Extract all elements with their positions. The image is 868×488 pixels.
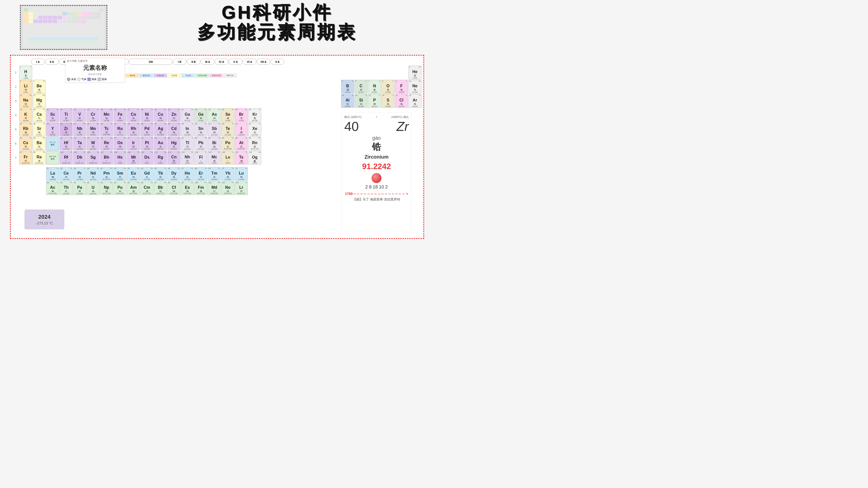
element-In[interactable]: 49In In 铟 114.818 [181, 123, 194, 136]
group-IVA[interactable]: IV A [215, 59, 228, 65]
group-IB[interactable]: I B [173, 59, 186, 65]
element-Sm[interactable]: 62Sm Sm 钐 150.362 [114, 167, 126, 181]
element-Ti[interactable]: 22Ti Ti 钛 47.867 [60, 108, 72, 122]
element-Ce[interactable]: 58Ce Ce 铈 140.116 [60, 167, 72, 181]
element-Rb[interactable]: 37Rb Rb 铷 85.468 [19, 123, 32, 136]
element-W[interactable]: 74W W 钨 183.841 [87, 137, 99, 150]
element-Lr[interactable]: 103Lr Lr 铹 ⊕260.105 [235, 181, 248, 195]
element-Si[interactable]: 14Si Si 硅 28.086 [354, 94, 368, 108]
element-Np[interactable]: 93Np Np 镎 ⊕237.048 [100, 181, 113, 195]
element-Te[interactable]: 52Te Te 碲 127.603 [221, 123, 234, 136]
element-Bi[interactable]: 83Bi Bi 铋 208.980 [208, 137, 221, 150]
element-Yb[interactable]: 70Yb Yb 镱 173.043 [221, 167, 234, 181]
element-Gd[interactable]: 64Gd Gd 钆 157.253 [141, 167, 153, 181]
element-Mn[interactable]: 25Mn Mn 锰 54.938 [100, 108, 113, 122]
element-Ca[interactable]: 20Ca Ca 钙 40.078 [33, 108, 46, 122]
element-Tb[interactable]: 65Tb Tb 铽 158.925 [154, 167, 167, 181]
group-VIIA[interactable]: VII A [257, 59, 270, 65]
group-IIB[interactable]: II B [187, 59, 200, 65]
element-Md[interactable]: 101Md Md 钔 ⊕258.099 [208, 181, 221, 195]
element-Cr[interactable]: 24Cr Cr 铬 51.996 [87, 108, 99, 122]
group-IIIA[interactable]: III A [201, 59, 214, 65]
group-VIA[interactable]: VI A [243, 59, 256, 65]
element-Zn[interactable]: 30Zn Zn 锌 65.409 [167, 108, 180, 122]
element-V[interactable]: 23V V 钒 50.942 [73, 108, 86, 122]
element-Hs[interactable]: 108Hs Hs 𬭶 ⊕269 [114, 151, 126, 165]
element-Pb[interactable]: 82Pb Pb 铅 207.210 [194, 137, 207, 150]
element-Ar[interactable]: 18Ar Ar 氩 39.948 [408, 94, 422, 108]
element-Er[interactable]: 68Er Er 铒 167.259 [194, 167, 207, 181]
element-Pa[interactable]: 91Pa Pa 镤 231.036 [73, 181, 86, 195]
element-Eu[interactable]: 63Eu Eu 铕 151.964 [127, 167, 140, 181]
element-Sn[interactable]: 50Sn Sn 锡 118.711 [194, 123, 207, 136]
group-VA[interactable]: V A [229, 59, 242, 65]
element-Fm[interactable]: 100Fm Fm 镄 ⊕257.095 [194, 181, 207, 195]
element-C[interactable]: 6C C 碳 12.011 [354, 80, 368, 94]
element-Rn[interactable]: 86Rn Rn 氡 ⊕222.018 [248, 137, 261, 150]
element-Fe[interactable]: 26Fe Fe 铁 55.845 [114, 108, 126, 122]
element-Sb[interactable]: 51Sb Sb 锑 121.760 [208, 123, 221, 136]
element-Bh[interactable]: 107Bh Bh 𬭛 ⊕264.125 [100, 151, 113, 165]
element-Ra[interactable]: 88Ra Ra 镭 ⊕226.025 [33, 151, 46, 165]
element-Ho[interactable]: 67Ho Ho 钬 164.930 [181, 167, 194, 181]
element-Tl[interactable]: 81Tl Tl 铊 204.383 [181, 137, 194, 150]
element-Nb[interactable]: 41Nb Nb 铌 92.906 [73, 123, 86, 136]
element-Ru[interactable]: 44Ru Ru 钌 101.072 [114, 123, 126, 136]
element-Fr[interactable]: 87Fr Fr 钫 ⊕223.020 [19, 151, 32, 165]
element-Th[interactable]: 90Th Th 钍 232.038 [60, 181, 72, 195]
element-Mt[interactable]: 109Mt Mt 鿏 ⊕278 [127, 151, 140, 165]
element-Lu[interactable]: 71Lu Lu 镥 174.967 [235, 167, 248, 181]
element-Ag[interactable]: 47Ag Ag 银 107.868 [154, 123, 167, 136]
element-Cu[interactable]: 29Cu Cu 铜 63.546 [154, 108, 167, 122]
element-I[interactable]: 53I I 碘 126.904 [235, 123, 248, 136]
element-Sc[interactable]: 21Sc Sc 钪 44.956 [46, 108, 59, 122]
element-Cf[interactable]: 98Cf Cf 锎 ⊕251.080 [167, 181, 180, 195]
element-Bk[interactable]: 97Bk Bk 锫 ⊕247.070 [154, 181, 167, 195]
element-Hf[interactable]: 72Hf Hf 铪 178.492 [60, 137, 72, 150]
element-Pu[interactable]: 94Pu Pu 钚 ⊕244.061 [114, 181, 126, 195]
element-Am[interactable]: 95Am Am 镅 ⊕243.061 [127, 181, 140, 195]
element-He[interactable]: 2He He 氦 4.003 [408, 66, 422, 79]
element-Be[interactable]: 4Be Be 铍 9.012 [33, 80, 46, 94]
element-Ac[interactable]: 89Ac Ac 锕 ⊕227.028 [46, 181, 59, 195]
element-At[interactable]: 85At At 砹 ⊕209.987 [235, 137, 248, 150]
element-Au[interactable]: 79Au Au 金 196.967 [154, 137, 167, 150]
element-Tm[interactable]: 69Tm Tm 铥 168.934 [208, 167, 221, 181]
element-Tc[interactable]: 43Tc Tc 锝 ⊕98.906 [100, 123, 113, 136]
element-Pt[interactable]: 78Pt Pt 铂 195.085 [141, 137, 153, 150]
element-Es[interactable]: 99Es Es 锿 ⊕252.083 [181, 181, 194, 195]
element-S[interactable]: 16S S 硫 32.066 [381, 94, 395, 108]
element-Nh[interactable]: 113Nh Nh 鉨 ⊕286 [181, 151, 194, 165]
element-Rg[interactable]: 111Rg Rg 𬬭 ⊕282 [154, 151, 167, 165]
element-U[interactable]: 92U U 铀 238.029 [87, 181, 99, 195]
element-Ir[interactable]: 77Ir Ir 铱 192.217 [127, 137, 140, 150]
element-Pr[interactable]: 59Pr Pr 镨 140.908 [73, 167, 86, 181]
group-VIII[interactable]: VIII [129, 59, 173, 65]
element-Fl[interactable]: 114Fl Fl 𫓧 ⊕289 [194, 151, 207, 165]
element-Rf[interactable]: 104Rf Rf 𬬻 ⊕261.109 [60, 151, 72, 165]
element-Ne[interactable]: 10Ne Ne 氖 20.180 [408, 80, 422, 94]
element-Ds[interactable]: 110Ds Ds 𫟼 ⊕281 [141, 151, 153, 165]
group-IIA[interactable]: II A [45, 59, 59, 65]
element-La[interactable]: 57La La 镧 138.905 [46, 167, 59, 181]
element-Li[interactable]: 3Li Li 锂 6.941 [19, 80, 32, 94]
element-Ni[interactable]: 28Ni Ni 镍 58.693 [141, 108, 153, 122]
element-Cd[interactable]: 48Cd Cd 镉 112.412 [167, 123, 180, 136]
element-Ts[interactable]: 117Ts Ts 鿬 ⊕294 [235, 151, 248, 165]
element-Ta[interactable]: 73Ta Ta 钽 180.949 [73, 137, 86, 150]
element-Mc[interactable]: 115Mc Mc 镆 ⊕290 [208, 151, 221, 165]
element-Cl[interactable]: 17Cl Cl 氯 35.453 [395, 94, 408, 108]
element-Cs[interactable]: 55Cs Cs 铯 132.905 [19, 137, 32, 150]
element-Po[interactable]: 84Po Po 钋 ⊕208.982 [221, 137, 234, 150]
element-Ba[interactable]: 56Ba Ba 钡 137.328 [33, 137, 46, 150]
element-Se[interactable]: 34Se Se 硒 78.963 [221, 108, 234, 122]
element-O[interactable]: 8O O 氧 15.999 [381, 80, 395, 94]
group-0A[interactable]: 0 A [271, 59, 284, 65]
element-Dy[interactable]: 66Dy Dy 镝 162.500 [167, 167, 180, 181]
element-As[interactable]: 33As As 砷 74.922 [208, 108, 221, 122]
element-No[interactable]: 102No No 锘 ⊕259.101 [221, 181, 234, 195]
element-Lv[interactable]: 116Lv Lv 𫟷 ⊕293 [221, 151, 234, 165]
element-Pd[interactable]: 46Pd Pd 钯 106.421 [141, 123, 153, 136]
element-Ge[interactable]: 32Ge Ge 锗 72.641 [194, 108, 207, 122]
element-Kr[interactable]: 36Kr Kr 氪 83.798 [248, 108, 261, 122]
